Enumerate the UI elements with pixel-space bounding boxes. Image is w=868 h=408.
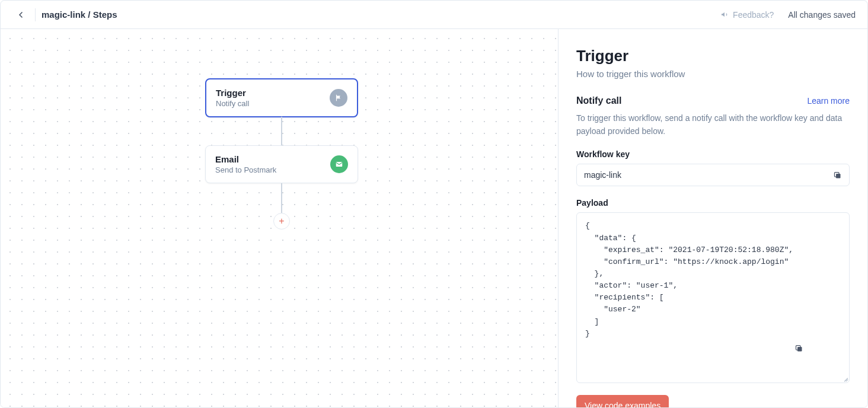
workflow-key-label: Workflow key — [576, 149, 850, 159]
header-left: magic-link / Steps — [12, 7, 117, 23]
header-divider — [35, 8, 36, 21]
chevron-left-icon — [16, 10, 25, 20]
mail-icon — [330, 155, 348, 173]
node-subtitle: Send to Postmark — [215, 165, 276, 174]
node-subtitle: Notify call — [216, 99, 249, 108]
workflow-key-value: magic-link — [584, 170, 621, 180]
payload-field[interactable]: { "data": { "expires_at": "2021-07-19T20… — [576, 212, 850, 383]
view-code-examples-button[interactable]: View code examples — [576, 395, 669, 407]
connector-line — [281, 183, 282, 213]
workflow-node-email[interactable]: Email Send to Postmark — [205, 145, 358, 183]
main-area: Trigger Notify call Email Send to Postma… — [1, 29, 867, 407]
header-right: Feedback? All changes saved — [720, 10, 856, 20]
megaphone-icon — [720, 10, 729, 19]
flag-icon — [330, 89, 347, 107]
learn-more-link[interactable]: Learn more — [807, 96, 850, 106]
section-title: Notify call — [576, 95, 621, 106]
payload-value: { "data": { "expires_at": "2021-07-19T20… — [585, 221, 793, 337]
section-header: Notify call Learn more — [576, 95, 850, 106]
panel-subtitle: How to trigger this workflow — [576, 69, 850, 79]
section-description: To trigger this workflow, send a notify … — [576, 112, 850, 138]
app-header: magic-link / Steps Feedback? All changes… — [1, 1, 867, 29]
payload-label: Payload — [576, 198, 850, 208]
copy-payload-button[interactable] — [794, 320, 841, 377]
side-panel: Trigger How to trigger this workflow Not… — [558, 29, 867, 407]
app-container: magic-link / Steps Feedback? All changes… — [0, 0, 868, 408]
add-step-button[interactable]: + — [273, 213, 290, 230]
copy-icon — [794, 344, 803, 353]
resize-handle[interactable] — [842, 375, 848, 381]
node-text: Email Send to Postmark — [215, 154, 276, 174]
copy-icon — [833, 171, 842, 180]
save-status: All changes saved — [788, 10, 856, 20]
breadcrumb: magic-link / Steps — [42, 9, 117, 20]
workflow-canvas[interactable]: Trigger Notify call Email Send to Postma… — [1, 29, 558, 407]
connector-line — [281, 117, 282, 145]
plus-icon: + — [279, 216, 284, 227]
back-button[interactable] — [12, 7, 29, 23]
svg-rect-3 — [797, 347, 802, 352]
workflow-key-field[interactable]: magic-link — [576, 164, 850, 186]
feedback-label: Feedback? — [733, 10, 774, 20]
panel-title: Trigger — [576, 47, 850, 65]
node-text: Trigger Notify call — [216, 88, 249, 108]
copy-workflow-key-button[interactable] — [833, 171, 842, 180]
feedback-button[interactable]: Feedback? — [720, 10, 774, 20]
workflow-node-trigger[interactable]: Trigger Notify call — [205, 78, 358, 117]
node-title: Email — [215, 154, 276, 164]
svg-rect-1 — [836, 174, 841, 179]
node-title: Trigger — [216, 88, 249, 98]
